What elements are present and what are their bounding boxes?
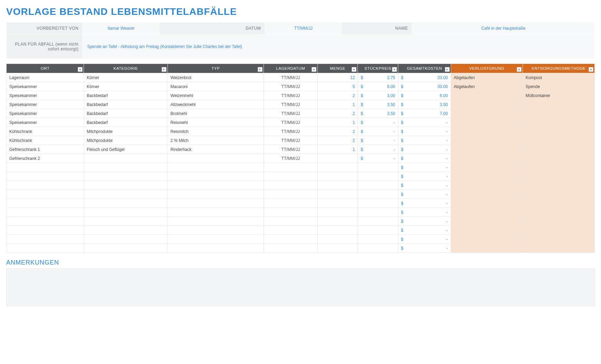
cell-kategorie[interactable] xyxy=(84,199,168,208)
cell-verlustgrund[interactable] xyxy=(451,190,523,199)
cell-typ[interactable] xyxy=(168,199,264,208)
cell-ort[interactable]: Speisekammer xyxy=(7,91,84,100)
cell-typ[interactable] xyxy=(168,190,264,199)
cell-typ[interactable] xyxy=(168,181,264,190)
cell-verlustgrund[interactable] xyxy=(451,181,523,190)
cell-verlustgrund[interactable] xyxy=(451,235,523,244)
cell-verlustgrund[interactable] xyxy=(451,199,523,208)
cell-lagerdatum[interactable]: TT/MM/JJ xyxy=(264,154,317,163)
filter-icon[interactable] xyxy=(162,67,166,72)
cell-entsorgung[interactable]: Spende xyxy=(523,82,594,91)
cell-entsorgung[interactable] xyxy=(523,136,594,145)
cell-verlustgrund[interactable] xyxy=(451,136,523,145)
cell-money[interactable] xyxy=(358,235,398,244)
cell-money[interactable]: $- xyxy=(398,199,451,208)
cell-money[interactable] xyxy=(358,226,398,235)
cell-entsorgung[interactable] xyxy=(523,118,594,127)
cell-typ[interactable] xyxy=(168,217,264,226)
cell-entsorgung[interactable] xyxy=(523,181,594,190)
cell-kategorie[interactable] xyxy=(84,154,168,163)
cell-ort[interactable]: Speisekammer xyxy=(7,100,84,109)
filter-icon[interactable] xyxy=(517,67,522,72)
cell-entsorgung[interactable] xyxy=(523,109,594,118)
cell-menge[interactable] xyxy=(317,154,358,163)
cell-lagerdatum[interactable]: TT/MM/JJ xyxy=(264,145,317,154)
cell-lagerdatum[interactable]: TT/MM/JJ xyxy=(264,109,317,118)
cell-money[interactable]: $- xyxy=(398,136,451,145)
cell-ort[interactable] xyxy=(7,199,84,208)
cell-verlustgrund[interactable] xyxy=(451,226,523,235)
cell-menge[interactable] xyxy=(317,199,358,208)
cell-lagerdatum[interactable] xyxy=(264,199,317,208)
cell-verlustgrund[interactable] xyxy=(451,208,523,217)
cell-entsorgung[interactable] xyxy=(523,190,594,199)
cell-typ[interactable]: Allzweckmehl xyxy=(168,100,264,109)
cell-verlustgrund[interactable] xyxy=(451,217,523,226)
cell-typ[interactable]: Weizenbrot xyxy=(168,73,264,82)
cell-entsorgung[interactable] xyxy=(523,163,594,172)
cell-lagerdatum[interactable] xyxy=(264,244,317,253)
cell-ort[interactable]: Kühlschrank xyxy=(7,127,84,136)
cell-ort[interactable]: Gefrierschrank 1 xyxy=(7,145,84,154)
value-prepared-by[interactable]: Itamar Weaver xyxy=(83,22,159,35)
cell-typ[interactable]: Macaroni xyxy=(168,82,264,91)
cell-kategorie[interactable]: Körner xyxy=(84,82,168,91)
cell-menge[interactable]: 2 xyxy=(317,136,358,145)
cell-lagerdatum[interactable] xyxy=(264,226,317,235)
cell-entsorgung[interactable] xyxy=(523,208,594,217)
cell-entsorgung[interactable] xyxy=(523,154,594,163)
cell-lagerdatum[interactable]: TT/MM/JJ xyxy=(264,118,317,127)
notes-input[interactable] xyxy=(6,268,595,306)
cell-money[interactable] xyxy=(358,190,398,199)
cell-money[interactable]: $- xyxy=(398,172,451,181)
cell-kategorie[interactable]: Milchprodukte xyxy=(84,136,168,145)
cell-kategorie[interactable] xyxy=(84,172,168,181)
cell-typ[interactable]: Weizenmehl xyxy=(168,91,264,100)
cell-menge[interactable] xyxy=(317,208,358,217)
cell-menge[interactable]: 5 xyxy=(317,82,358,91)
cell-typ[interactable]: 2 % Milch xyxy=(168,136,264,145)
filter-icon[interactable] xyxy=(589,67,593,72)
cell-typ[interactable] xyxy=(168,154,264,163)
value-plan[interactable]: Spende an Tafel - Abholung am Freitag (K… xyxy=(83,35,595,59)
cell-menge[interactable]: 1 xyxy=(317,145,358,154)
cell-ort[interactable] xyxy=(7,244,84,253)
cell-entsorgung[interactable] xyxy=(523,217,594,226)
cell-menge[interactable]: 2 xyxy=(317,109,358,118)
cell-money[interactable]: $3.50 xyxy=(358,109,398,118)
cell-money[interactable] xyxy=(358,172,398,181)
cell-entsorgung[interactable]: Müllcontainer xyxy=(523,91,594,100)
cell-lagerdatum[interactable]: TT/MM/JJ xyxy=(264,73,317,82)
cell-typ[interactable]: Reismilch xyxy=(168,127,264,136)
cell-menge[interactable]: 2 xyxy=(317,91,358,100)
cell-money[interactable] xyxy=(358,217,398,226)
cell-kategorie[interactable] xyxy=(84,163,168,172)
cell-kategorie[interactable] xyxy=(84,190,168,199)
cell-entsorgung[interactable] xyxy=(523,199,594,208)
cell-ort[interactable] xyxy=(7,190,84,199)
cell-kategorie[interactable] xyxy=(84,244,168,253)
cell-typ[interactable]: Brotmehl xyxy=(168,109,264,118)
cell-money[interactable]: $- xyxy=(358,127,398,136)
cell-money[interactable]: $- xyxy=(398,190,451,199)
cell-kategorie[interactable] xyxy=(84,235,168,244)
cell-lagerdatum[interactable] xyxy=(264,190,317,199)
cell-lagerdatum[interactable] xyxy=(264,217,317,226)
cell-lagerdatum[interactable] xyxy=(264,172,317,181)
cell-menge[interactable] xyxy=(317,226,358,235)
filter-icon[interactable] xyxy=(445,67,450,72)
cell-ort[interactable] xyxy=(7,235,84,244)
cell-money[interactable]: $- xyxy=(398,154,451,163)
cell-money[interactable]: $33.00 xyxy=(398,73,451,82)
value-date[interactable]: TT/MM/JJ xyxy=(265,22,342,35)
cell-lagerdatum[interactable] xyxy=(264,163,317,172)
cell-kategorie[interactable] xyxy=(84,217,168,226)
cell-money[interactable]: $6.00 xyxy=(398,91,451,100)
cell-menge[interactable]: 1 xyxy=(317,100,358,109)
cell-typ[interactable]: Reismehl xyxy=(168,118,264,127)
cell-money[interactable]: $- xyxy=(398,235,451,244)
cell-money[interactable]: $- xyxy=(398,226,451,235)
cell-menge[interactable] xyxy=(317,181,358,190)
cell-money[interactable]: $- xyxy=(398,244,451,253)
cell-typ[interactable] xyxy=(168,163,264,172)
